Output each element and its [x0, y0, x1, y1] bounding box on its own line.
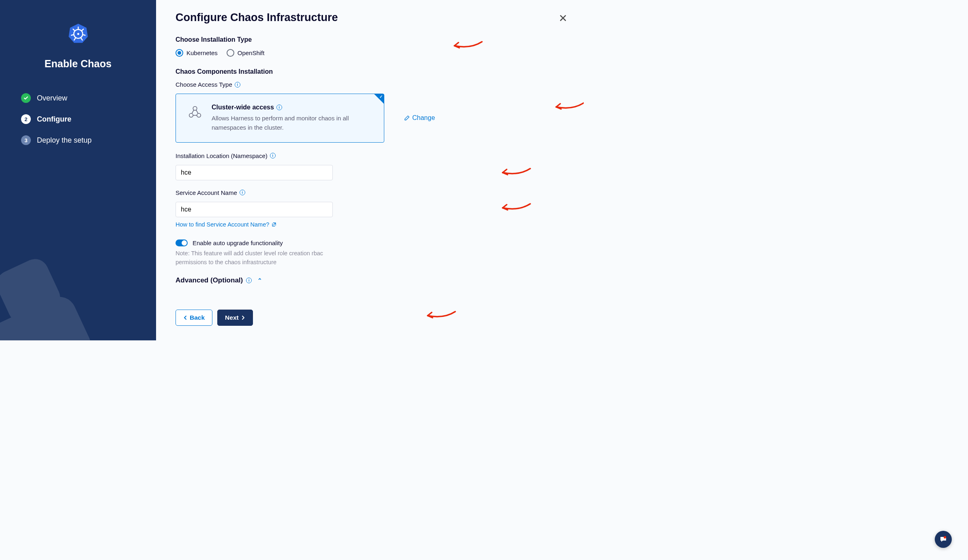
step-overview[interactable]: Overview [21, 93, 156, 103]
sidebar: Enable Chaos Overview 2 Configure 3 Depl… [0, 0, 156, 340]
step-label: Overview [37, 94, 67, 103]
chevron-up-icon: ⌃ [257, 277, 262, 284]
radio-outer [227, 49, 234, 57]
info-icon[interactable]: i [270, 153, 276, 158]
wizard-steps: Overview 2 Configure 3 Deploy the setup [0, 93, 156, 145]
chevron-left-icon [183, 315, 187, 320]
page-title: Configure Chaos Infrastructure [176, 11, 568, 24]
back-label: Back [190, 314, 205, 321]
radio-outer [176, 49, 183, 57]
svg-point-13 [189, 113, 193, 118]
next-button[interactable]: Next [217, 310, 253, 326]
step-label: Configure [37, 115, 71, 124]
cluster-icon [187, 105, 203, 120]
radio-openshift[interactable]: OpenShift [227, 49, 265, 57]
access-card-title: Cluster-wide access i [212, 104, 373, 111]
radio-kubernetes[interactable]: Kubernetes [176, 49, 218, 57]
main-panel: ✕ Configure Chaos Infrastructure Choose … [156, 0, 584, 340]
chevron-right-icon [241, 315, 245, 320]
change-text: Change [412, 114, 435, 122]
next-label: Next [225, 314, 239, 321]
auto-upgrade-toggle[interactable] [176, 239, 188, 246]
close-button[interactable]: ✕ [559, 12, 568, 25]
radio-label: Kubernetes [186, 49, 218, 56]
step-configure[interactable]: 2 Configure [21, 114, 156, 124]
access-type-text: Choose Access Type [176, 81, 232, 88]
components-heading: Chaos Components Installation [176, 68, 568, 75]
info-icon[interactable]: i [276, 105, 282, 110]
svg-line-9 [71, 34, 74, 35]
access-type-label: Choose Access Type i [176, 81, 568, 88]
namespace-label-text: Installation Location (Namespace) [176, 152, 268, 159]
service-account-label: Service Account Name i [176, 189, 568, 196]
info-icon[interactable]: i [240, 190, 245, 195]
sidebar-bg-decoration [0, 243, 114, 340]
step-badge-active: 2 [21, 114, 31, 124]
advanced-label: Advanced (Optional) [176, 276, 243, 284]
namespace-input[interactable] [176, 165, 333, 180]
kubernetes-logo [0, 22, 156, 46]
external-link-icon [272, 222, 276, 227]
back-button[interactable]: Back [176, 310, 212, 326]
access-title-text: Cluster-wide access [212, 104, 274, 111]
svg-line-6 [82, 34, 85, 35]
info-icon[interactable]: i [246, 278, 252, 283]
edit-icon [404, 115, 410, 121]
namespace-label: Installation Location (Namespace) i [176, 152, 568, 159]
access-card-cluster-wide[interactable]: ✓ Cluster-wide access i Allows Harness t… [176, 94, 384, 143]
info-icon[interactable]: i [235, 82, 240, 88]
step-label: Deploy the setup [37, 136, 92, 145]
svg-point-11 [77, 33, 79, 35]
install-type-radios: Kubernetes OpenShift [176, 49, 568, 57]
toggle-note: Note: This feature will add cluster leve… [176, 249, 330, 267]
help-link-text: How to find Service Account Name? [176, 221, 269, 228]
svg-line-16 [196, 110, 198, 113]
step-badge-pending: 3 [21, 135, 31, 145]
svg-point-14 [197, 113, 201, 118]
radio-label: OpenShift [238, 49, 265, 56]
step-deploy[interactable]: 3 Deploy the setup [21, 135, 156, 145]
service-account-input[interactable] [176, 202, 333, 217]
install-type-heading: Choose Installation Type [176, 36, 568, 43]
toggle-label: Enable auto upgrade functionality [193, 239, 283, 246]
sidebar-title: Enable Chaos [0, 58, 156, 70]
svg-point-12 [193, 107, 197, 111]
step-badge-done [21, 93, 31, 103]
svg-line-15 [192, 110, 194, 113]
change-access-link[interactable]: Change [404, 114, 435, 122]
service-account-help-link[interactable]: How to find Service Account Name? [176, 221, 276, 228]
access-card-desc: Allows Harness to perform and monitor ch… [212, 113, 373, 133]
service-account-label-text: Service Account Name [176, 189, 237, 196]
advanced-section-toggle[interactable]: Advanced (Optional) i ⌃ [176, 276, 568, 284]
